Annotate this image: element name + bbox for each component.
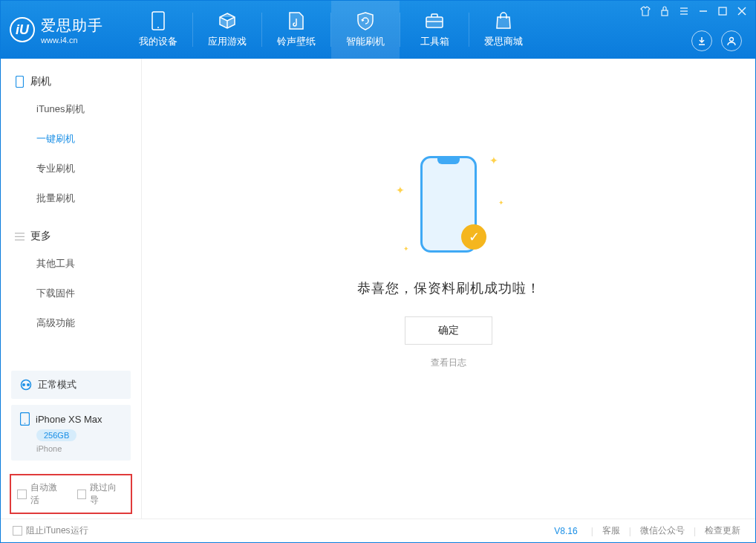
check-icon: ✓: [461, 224, 486, 250]
success-message: 恭喜您，保资料刷机成功啦！: [357, 279, 541, 297]
device-type: iPhone: [36, 444, 122, 453]
sidebar-item-itunes-flash[interactable]: iTunes刷机: [1, 94, 141, 124]
link-update[interactable]: 检查更新: [702, 524, 743, 537]
nav-toolbox[interactable]: 工具箱: [400, 1, 469, 59]
svg-point-21: [25, 423, 26, 424]
svg-rect-9: [719, 7, 726, 15]
highlighted-options: 自动激活 跳过向导: [10, 474, 132, 514]
phone-icon: [149, 11, 168, 30]
sparkle-icon: ✦: [403, 245, 409, 253]
sparkle-icon: ✦: [396, 184, 405, 196]
checkbox-auto-activate[interactable]: 自动激活: [17, 481, 65, 507]
sidebar-item-advanced[interactable]: 高级功能: [1, 308, 141, 338]
view-log-link[interactable]: 查看日志: [431, 357, 466, 369]
sparkle-icon: ✦: [489, 155, 498, 166]
nav-store[interactable]: 爱思商城: [469, 1, 538, 59]
close-button[interactable]: [736, 5, 748, 17]
statusbar: 阻止iTunes运行 V8.16 | 客服 | 微信公众号 | 检查更新: [1, 518, 755, 542]
sidebar-item-download-firmware[interactable]: 下载固件: [1, 279, 141, 308]
app-logo[interactable]: iU 爱思助手 www.i4.cn: [10, 16, 103, 45]
sidebar-item-onekey-flash[interactable]: 一键刷机: [1, 124, 141, 154]
main-content: ✦ ✦ ✦ ✦ ✓ 恭喜您，保资料刷机成功啦！ 确定 查看日志: [142, 59, 755, 518]
device-name: iPhone XS Max: [36, 414, 102, 425]
sidebar: 刷机 iTunes刷机 一键刷机 专业刷机 批量刷机 更多 其他工具 下载固件 …: [1, 59, 142, 518]
ok-button[interactable]: 确定: [405, 316, 492, 345]
sidebar-section-flash[interactable]: 刷机: [1, 69, 141, 94]
svg-rect-13: [16, 77, 23, 88]
svg-point-1: [157, 27, 159, 28]
sparkle-icon: ✦: [498, 199, 504, 207]
svg-rect-4: [662, 10, 668, 16]
nav-apps[interactable]: 应用游戏: [193, 1, 261, 59]
app-url: www.i4.cn: [41, 36, 103, 45]
cube-icon: [218, 11, 237, 30]
checkbox-block-itunes[interactable]: 阻止iTunes运行: [13, 524, 88, 537]
svg-point-12: [730, 38, 734, 42]
download-button[interactable]: [691, 30, 712, 51]
bag-icon: [494, 11, 513, 30]
music-file-icon: [287, 11, 306, 30]
minimize-button[interactable]: [697, 5, 709, 17]
device-icon: [20, 412, 30, 426]
logo-icon: iU: [10, 17, 35, 42]
svg-point-19: [27, 383, 30, 386]
nav-flash[interactable]: 智能刷机: [331, 1, 400, 59]
titlebar: iU 爱思助手 www.i4.cn 我的设备 应用游戏 铃声壁纸: [1, 1, 755, 59]
sidebar-section-more[interactable]: 更多: [1, 224, 141, 249]
link-wechat[interactable]: 微信公众号: [637, 524, 688, 537]
shield-refresh-icon: [356, 11, 375, 30]
storage-badge: 256GB: [36, 429, 76, 441]
mode-icon: [20, 379, 32, 391]
user-button[interactable]: [721, 30, 742, 51]
device-card[interactable]: iPhone XS Max 256GB iPhone: [11, 405, 131, 461]
phone-small-icon: [14, 77, 25, 87]
svg-rect-2: [426, 17, 443, 27]
lock-icon[interactable]: [659, 5, 671, 17]
top-nav: 我的设备 应用游戏 铃声壁纸 智能刷机 工具箱: [124, 1, 538, 59]
window-controls: [639, 5, 748, 17]
maximize-button[interactable]: [717, 5, 729, 17]
nav-ringtone[interactable]: 铃声壁纸: [262, 1, 330, 59]
mode-card[interactable]: 正常模式: [11, 371, 131, 399]
link-service[interactable]: 客服: [599, 524, 623, 537]
checkbox-skip-wizard[interactable]: 跳过向导: [77, 481, 126, 507]
shirt-icon[interactable]: [639, 5, 651, 17]
toolbox-icon: [425, 11, 444, 30]
sidebar-item-pro-flash[interactable]: 专业刷机: [1, 154, 141, 183]
list-icon: [14, 231, 25, 241]
nav-my-device[interactable]: 我的设备: [124, 1, 192, 59]
version-label: V8.16: [554, 526, 577, 536]
svg-point-18: [22, 383, 25, 386]
sidebar-item-other-tools[interactable]: 其他工具: [1, 249, 141, 279]
app-name: 爱思助手: [41, 16, 103, 36]
sidebar-item-batch-flash[interactable]: 批量刷机: [1, 183, 141, 213]
menu-icon[interactable]: [678, 5, 690, 17]
success-illustration: ✦ ✦ ✦ ✦ ✓: [400, 149, 497, 260]
